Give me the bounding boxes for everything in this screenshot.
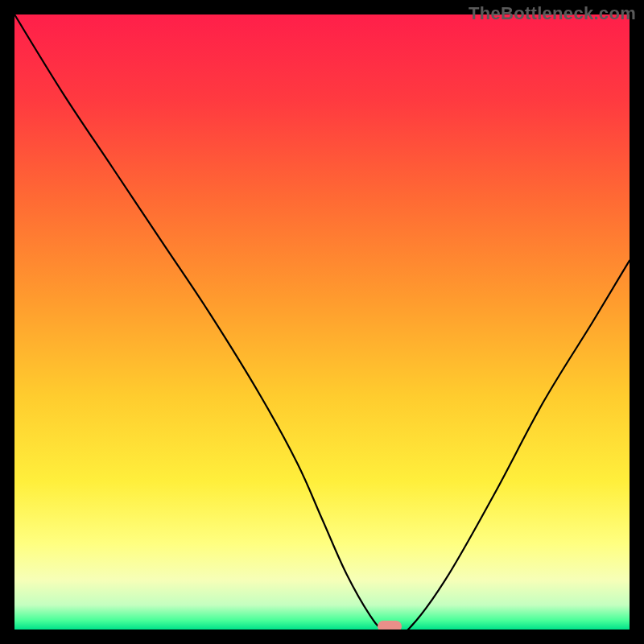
chart-frame: TheBottleneck.com [0,0,644,644]
gradient-background [14,14,630,630]
plot-area [14,14,630,630]
minimum-marker [378,621,402,630]
watermark-label: TheBottleneck.com [469,3,636,24]
plot-svg [14,14,630,630]
